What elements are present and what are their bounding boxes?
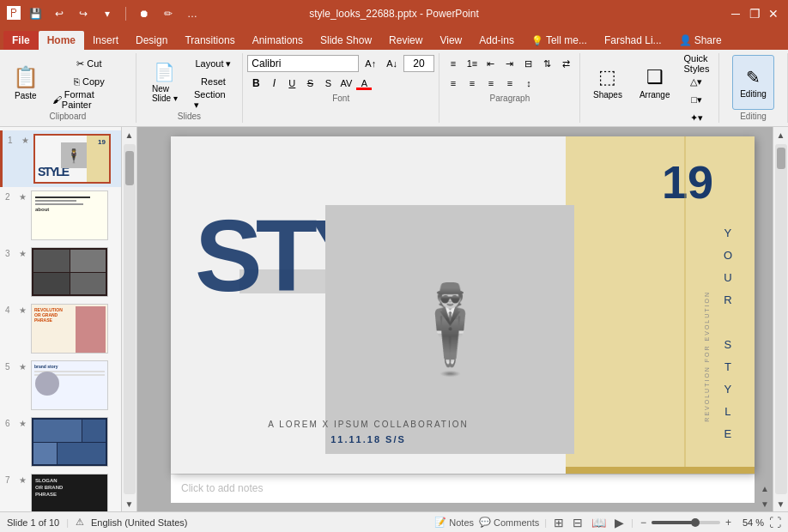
tab-share[interactable]: 👤Share [670, 31, 730, 50]
align-center-button[interactable]: ≡ [464, 75, 481, 92]
slide-image-7[interactable]: SLOGANOR BRANDPHRASE [31, 474, 108, 511]
paste-button[interactable]: 📋 Paste [5, 55, 46, 110]
slide-image-3[interactable] [31, 247, 108, 297]
status-right: 📝 Notes 💬 Comments | ⊞ ⊟ 📖 ▶ | − + 54 % … [434, 516, 781, 529]
tab-addins[interactable]: Add-ins [470, 31, 523, 50]
slideshow-button[interactable]: ▶ [613, 516, 626, 529]
slide-thumb-5[interactable]: 5 ★ brand story [0, 357, 121, 414]
arrange-button[interactable]: ❑ Arrange [632, 55, 678, 110]
new-slide-button[interactable]: 📄 NewSlide ▾ [142, 55, 188, 110]
slide-thumb-1[interactable]: 1 ★ STYLE 19 🕴 [0, 130, 121, 187]
tab-insert[interactable]: Insert [84, 31, 127, 50]
slides-panel[interactable]: 1 ★ STYLE 19 🕴 2 ★ about [0, 127, 122, 511]
notes-accessibility-button[interactable]: ⚠ [76, 517, 84, 528]
tab-animations[interactable]: Animations [244, 31, 312, 50]
slide-image-5[interactable]: brand story [31, 360, 108, 410]
tab-design[interactable]: Design [127, 31, 176, 50]
reset-button[interactable]: Reset [190, 73, 237, 90]
zoom-in-button[interactable]: + [724, 517, 733, 529]
italic-button[interactable]: I [265, 75, 282, 92]
slide-thumb-7[interactable]: 7 ★ SLOGANOR BRANDPHRASE [0, 470, 121, 511]
font-name-input[interactable] [247, 55, 359, 72]
format-painter-button[interactable]: 🖌 Format Painter [48, 91, 130, 108]
slide-thumb-3[interactable]: 3 ★ [0, 244, 121, 300]
slide-star-6: ★ [19, 419, 27, 428]
copy-button[interactable]: ⎘ Copy [48, 73, 130, 90]
font-size-up-button[interactable]: A↑ [361, 55, 380, 72]
undo-button[interactable]: ↩ [50, 4, 69, 23]
zoom-out-button[interactable]: − [639, 517, 648, 529]
fit-to-window-button[interactable]: ⛶ [769, 516, 781, 529]
restore-button[interactable]: ❐ [747, 6, 762, 21]
bold-button[interactable]: B [247, 75, 264, 92]
align-right-button[interactable]: ≡ [482, 75, 500, 92]
close-button[interactable]: ✕ [766, 6, 781, 21]
more-button[interactable]: … [183, 4, 202, 23]
record-button[interactable]: ⏺ [135, 4, 154, 23]
align-left-button[interactable]: ≡ [445, 75, 462, 92]
tab-home[interactable]: Home [39, 31, 84, 50]
slide-thumb-4[interactable]: 4 ★ REVOLUTIONOR GRANDPHRASE [0, 300, 121, 357]
slide-thumb-6[interactable]: 6 ★ [0, 414, 121, 470]
charspacing-button[interactable]: AV [337, 75, 355, 92]
normal-view-button[interactable]: ⊞ [552, 516, 566, 529]
quick-styles-button[interactable]: QuickStyles [679, 55, 713, 72]
slide-image-4[interactable]: REVOLUTIONOR GRANDPHRASE [31, 304, 108, 354]
expand-down-button[interactable]: ▼ [757, 496, 773, 511]
layout-button[interactable]: Layout ▾ [190, 55, 237, 72]
shape-effects-button[interactable]: ✦▾ [679, 109, 713, 126]
tab-tell-me[interactable]: 💡Tell me... [523, 31, 596, 50]
shadow-button[interactable]: S [319, 75, 336, 92]
increase-indent-button[interactable]: ⇥ [501, 55, 518, 72]
tab-review[interactable]: Review [380, 31, 431, 50]
customize-qat-button[interactable]: ▾ [98, 4, 117, 23]
cut-button[interactable]: ✂ Cut [48, 55, 130, 72]
canvas-scroll-down-button[interactable]: ▼ [773, 496, 789, 511]
save-button[interactable]: 💾 [26, 4, 45, 23]
numbered-list-button[interactable]: 1≡ [464, 55, 481, 72]
zoom-handle[interactable] [691, 518, 700, 527]
minimize-button[interactable]: ─ [728, 6, 743, 21]
scroll-down-button[interactable]: ▼ [122, 496, 137, 511]
decrease-indent-button[interactable]: ⇤ [482, 55, 500, 72]
pen-button[interactable]: ✏ [159, 4, 178, 23]
slide-image-2[interactable]: about [31, 190, 108, 240]
redo-button[interactable]: ↪ [74, 4, 93, 23]
shape-outline-button[interactable]: □▾ [679, 91, 713, 108]
shapes-button[interactable]: ⬚ Shapes [585, 55, 630, 110]
fontcolor-button[interactable]: A [355, 75, 373, 92]
slide-image-1[interactable]: STYLE 19 🕴 [33, 134, 111, 184]
underline-button[interactable]: U [283, 75, 300, 92]
tab-account[interactable]: Farshad Li... [596, 31, 670, 50]
section-button[interactable]: Section ▾ [190, 91, 237, 108]
convert-button[interactable]: ⇄ [558, 55, 575, 72]
editing-button[interactable]: ✎ Editing [732, 55, 774, 110]
slide-canvas[interactable]: 🕴 STYLE 19 A LOREM X IPSUM COLLABORATION… [171, 136, 755, 474]
slide-notes[interactable]: Click to add notes [171, 474, 755, 503]
slide-image-6[interactable] [31, 417, 108, 467]
slide-star-4: ★ [19, 305, 27, 315]
slide-thumb-2[interactable]: 2 ★ about [0, 187, 121, 244]
notes-button[interactable]: 📝 Notes [434, 517, 474, 528]
columns-button[interactable]: ⊟ [520, 55, 537, 72]
bullets-button[interactable]: ≡ [445, 55, 462, 72]
scroll-up-button[interactable]: ▲ [122, 127, 137, 142]
tab-view[interactable]: View [431, 31, 470, 50]
slide-num-2: 2 [5, 192, 15, 202]
expand-up-button[interactable]: ▲ [757, 481, 773, 496]
text-direction-button[interactable]: ⇅ [539, 55, 556, 72]
font-size-down-button[interactable]: A↓ [382, 55, 402, 72]
comments-button[interactable]: 💬 Comments [479, 517, 539, 528]
slide-sorter-button[interactable]: ⊟ [571, 516, 585, 529]
line-spacing-button[interactable]: ↕ [520, 75, 537, 92]
tab-file[interactable]: File [3, 31, 39, 50]
tab-transitions[interactable]: Transitions [176, 31, 243, 50]
zoom-slider[interactable] [652, 521, 720, 524]
strikethrough-button[interactable]: S [301, 75, 318, 92]
justify-button[interactable]: ≡ [501, 75, 518, 92]
shape-fill-button[interactable]: △▾ [679, 73, 713, 90]
canvas-scroll-up-button[interactable]: ▲ [773, 127, 789, 142]
font-size-input[interactable] [403, 55, 434, 72]
reading-view-button[interactable]: 📖 [590, 516, 608, 529]
tab-slideshow[interactable]: Slide Show [312, 31, 380, 50]
